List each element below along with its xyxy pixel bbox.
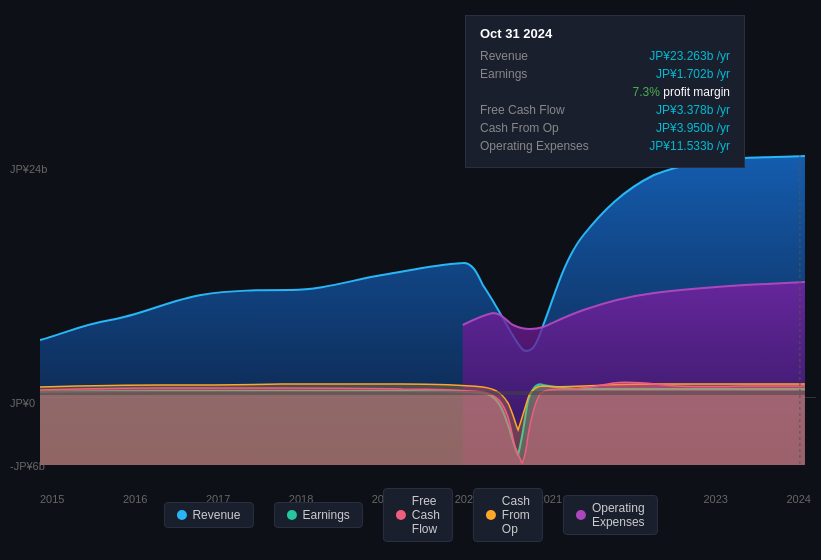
tooltip-label-opex: Operating Expenses [480, 139, 589, 153]
main-chart [40, 155, 815, 465]
tooltip-row-revenue: Revenue JP¥23.263b /yr [480, 49, 730, 63]
baseline-area [40, 391, 805, 395]
legend-item-fcf[interactable]: Free Cash Flow [383, 488, 453, 542]
tooltip-date: Oct 31 2024 [480, 26, 730, 41]
tooltip-label-earnings: Earnings [480, 67, 527, 81]
legend-dot-fcf [396, 510, 406, 520]
tooltip-value-earnings: JP¥1.702b /yr [656, 67, 730, 81]
legend-dot-revenue [176, 510, 186, 520]
tooltip-label-fcf: Free Cash Flow [480, 103, 565, 117]
tooltip-row-earnings: Earnings JP¥1.702b /yr [480, 67, 730, 81]
legend-item-opex[interactable]: Operating Expenses [563, 495, 658, 535]
tooltip-value-cashfromop: JP¥3.950b /yr [656, 121, 730, 135]
legend-label-revenue: Revenue [192, 508, 240, 522]
tooltip-value-fcf: JP¥3.378b /yr [656, 103, 730, 117]
tooltip-label-cashfromop: Cash From Op [480, 121, 559, 135]
tooltip-profit-margin: 7.3% profit margin [633, 85, 730, 99]
chart-container: Oct 31 2024 Revenue JP¥23.263b /yr Earni… [0, 0, 821, 560]
tooltip-label-revenue: Revenue [480, 49, 528, 63]
y-label-zero: JP¥0 [10, 397, 35, 409]
tooltip-row-cashfromop: Cash From Op JP¥3.950b /yr [480, 121, 730, 135]
legend-label-earnings: Earnings [302, 508, 349, 522]
tooltip-row-fcf: Free Cash Flow JP¥3.378b /yr [480, 103, 730, 117]
tooltip-value-revenue: JP¥23.263b /yr [649, 49, 730, 63]
tooltip-profit-margin-row: 7.3% profit margin [480, 85, 730, 99]
legend-dot-opex [576, 510, 586, 520]
legend-dot-cashfromop [486, 510, 496, 520]
legend-item-revenue[interactable]: Revenue [163, 502, 253, 528]
x-label-2023: 2023 [704, 493, 728, 505]
tooltip: Oct 31 2024 Revenue JP¥23.263b /yr Earni… [465, 15, 745, 168]
legend: Revenue Earnings Free Cash Flow Cash Fro… [163, 488, 657, 542]
legend-label-fcf: Free Cash Flow [412, 494, 440, 536]
legend-dot-earnings [286, 510, 296, 520]
legend-label-opex: Operating Expenses [592, 501, 645, 529]
x-label-2015: 2015 [40, 493, 64, 505]
legend-label-cashfromop: Cash From Op [502, 494, 530, 536]
tooltip-value-opex: JP¥11.533b /yr [649, 139, 730, 153]
x-label-2016: 2016 [123, 493, 147, 505]
legend-item-cashfromop[interactable]: Cash From Op [473, 488, 543, 542]
x-label-2024: 2024 [786, 493, 810, 505]
tooltip-row-opex: Operating Expenses JP¥11.533b /yr [480, 139, 730, 153]
legend-item-earnings[interactable]: Earnings [273, 502, 362, 528]
